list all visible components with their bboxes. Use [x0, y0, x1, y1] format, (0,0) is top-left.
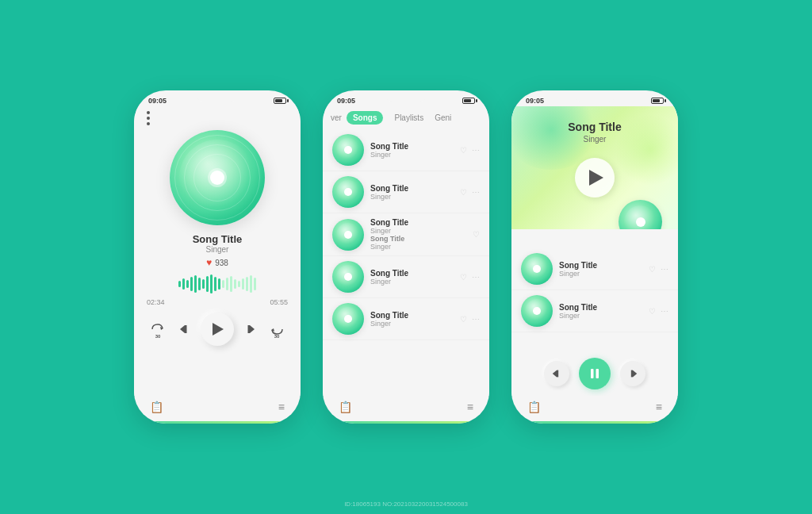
- songlist-content: ver Songs Playlists Geni Song Title Sing…: [323, 106, 489, 396]
- svg-rect-8: [591, 369, 594, 378]
- song-artist: Singer: [370, 227, 466, 235]
- time-total: 05:55: [270, 298, 288, 306]
- wave-bar: [186, 280, 189, 288]
- like-icon-sm[interactable]: ♡: [649, 307, 656, 316]
- battery-icon-1: [274, 98, 286, 104]
- playlist-icon-3[interactable]: 📋: [527, 401, 541, 413]
- song-artist: Singer: [559, 312, 642, 320]
- more-icon-sm[interactable]: ⋯: [472, 146, 480, 155]
- song-info: Song Title Singer: [559, 303, 642, 320]
- next-icon-p3: [627, 368, 638, 379]
- song-info: Song Title Singer: [559, 261, 642, 278]
- queue-icon-3[interactable]: ≡: [656, 401, 662, 413]
- vinyl-disc-p3-2: [521, 295, 553, 327]
- menu-dot: [147, 117, 150, 120]
- song-artist: Singer: [370, 278, 454, 286]
- list-item[interactable]: Song Title Singer ♡ ⋯: [323, 129, 489, 171]
- wave-bar: [210, 274, 213, 293]
- queue-icon[interactable]: ≡: [278, 401, 285, 413]
- song-actions: ♡: [473, 230, 480, 239]
- pause-button-p3[interactable]: [579, 358, 611, 389]
- song-actions: ♡ ⋯: [649, 307, 668, 316]
- list-item[interactable]: Song Title Singer ♡ ⋯: [511, 248, 678, 290]
- progress-bar-2[interactable]: [335, 421, 477, 424]
- like-icon-sm[interactable]: ♡: [460, 188, 467, 197]
- list-item[interactable]: Song Title Singer ♡ ⋯: [323, 171, 489, 213]
- vinyl-disc-sm: [332, 134, 364, 166]
- song-name: Song Title: [559, 303, 642, 312]
- vinyl-disc-p3: [521, 253, 553, 285]
- vinyl-center: [210, 171, 224, 185]
- song-actions: ♡ ⋯: [649, 265, 668, 274]
- svg-rect-7: [557, 370, 558, 378]
- prev-button[interactable]: [174, 318, 196, 340]
- queue-icon-2[interactable]: ≡: [467, 401, 473, 413]
- song-actions: ♡ ⋯: [460, 146, 480, 155]
- hero-area: Song Title Singer: [511, 106, 678, 229]
- tab-cover-partial[interactable]: ver: [331, 113, 342, 122]
- more-icon-sm[interactable]: ⋯: [472, 273, 480, 282]
- prev-icon: [178, 323, 191, 336]
- song-actions: ♡ ⋯: [460, 273, 480, 282]
- status-icons-2: [462, 98, 475, 104]
- song-name: Song Title: [370, 269, 454, 278]
- play-triangle-hero: [589, 170, 603, 186]
- heart-icon[interactable]: ♥: [206, 257, 212, 268]
- song-name: Song Title: [370, 311, 454, 320]
- more-icon-sm[interactable]: ⋯: [472, 315, 480, 324]
- list-item[interactable]: Song Title Singer Song Title Singer ♡: [323, 213, 489, 256]
- prev-button-p3[interactable]: [544, 361, 569, 386]
- wave-bar: [222, 280, 224, 288]
- phone3-controls: [511, 351, 678, 396]
- menu-icon[interactable]: [147, 111, 150, 125]
- vinyl-disc-sm: [332, 261, 364, 293]
- tab-genres-partial[interactable]: Geni: [435, 113, 451, 122]
- more-icon-sm[interactable]: ⋯: [661, 265, 668, 274]
- phone3-song-list: Song Title Singer ♡ ⋯ Song Title Singer …: [511, 229, 678, 351]
- status-time-1: 09:05: [148, 97, 167, 105]
- waveform[interactable]: [178, 273, 256, 295]
- vinyl-center-sm: [344, 146, 352, 154]
- like-icon-sm[interactable]: ♡: [649, 265, 656, 274]
- list-item[interactable]: Song Title Singer ♡ ⋯: [511, 290, 678, 332]
- list-item[interactable]: Song Title Singer ♡ ⋯: [323, 298, 489, 340]
- menu-dot: [147, 122, 150, 125]
- vinyl-center-sm: [344, 231, 352, 239]
- svg-rect-2: [185, 325, 187, 333]
- vinyl-center-sm: [533, 307, 541, 315]
- next-button[interactable]: [239, 318, 261, 340]
- progress-bar-1[interactable]: [147, 421, 288, 424]
- playlist-icon[interactable]: 📋: [150, 401, 163, 413]
- next-icon: [243, 323, 256, 336]
- song-info: Song Title Singer Song Title Singer: [370, 218, 466, 251]
- vinyl-disc-sm: [332, 219, 364, 251]
- like-icon-sm[interactable]: ♡: [460, 273, 467, 282]
- like-row: ♥ 938: [206, 257, 228, 268]
- song-actions: ♡ ⋯: [460, 315, 480, 324]
- wave-bar: [226, 278, 228, 290]
- tab-songs[interactable]: Songs: [347, 111, 384, 125]
- bottom-bar-1: 📋 ≡: [134, 396, 301, 421]
- song-info: Song Title Singer: [370, 142, 454, 159]
- like-icon-sm[interactable]: ♡: [473, 230, 480, 239]
- hero-play-button[interactable]: [575, 158, 615, 198]
- playlist-icon-2[interactable]: 📋: [339, 401, 352, 413]
- list-item[interactable]: Song Title Singer ♡ ⋯: [323, 256, 489, 298]
- repeat-forward-button[interactable]: 30: [266, 318, 288, 340]
- like-icon-sm[interactable]: ♡: [460, 146, 467, 155]
- tab-playlists[interactable]: Playlists: [388, 111, 430, 125]
- player-controls: 30 30: [147, 313, 288, 346]
- more-icon-sm[interactable]: ⋯: [472, 188, 480, 197]
- progress-bar-3[interactable]: [524, 421, 665, 424]
- more-icon-sm[interactable]: ⋯: [661, 307, 668, 316]
- like-count: 938: [215, 259, 228, 267]
- player-singer: Singer: [206, 245, 229, 254]
- pause-icon-p3: [588, 366, 602, 381]
- menu-dot: [147, 111, 150, 114]
- repeat-back-button[interactable]: 30: [147, 318, 169, 340]
- next-button-p3[interactable]: [620, 361, 645, 386]
- play-pause-button[interactable]: [201, 313, 234, 346]
- status-time-2: 09:05: [337, 97, 355, 105]
- like-icon-sm[interactable]: ♡: [460, 315, 467, 324]
- vinyl-center-sm: [344, 315, 352, 323]
